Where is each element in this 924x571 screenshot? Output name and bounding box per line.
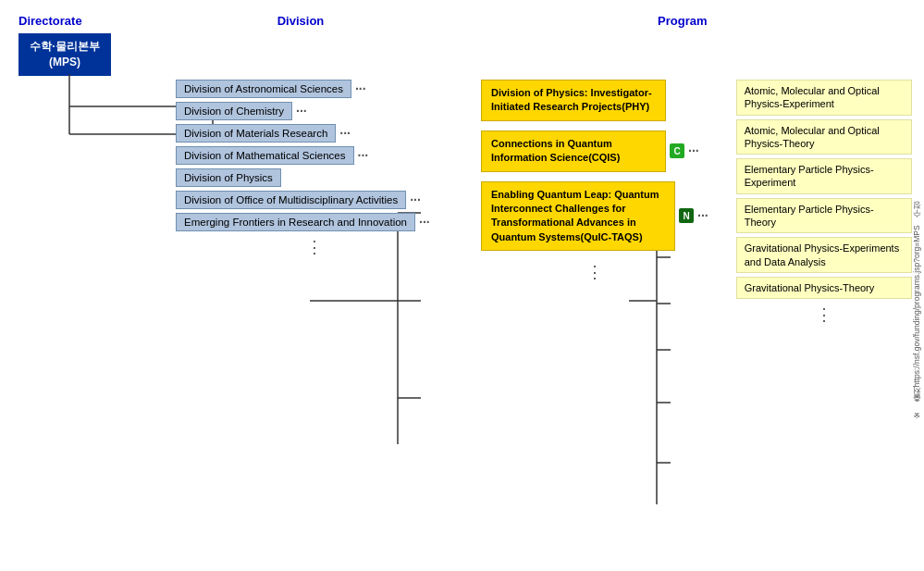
division-astronomical[interactable]: Division of Astronomical Sciences bbox=[176, 80, 351, 98]
directorate-box: 수학·물리본부 (MPS) bbox=[18, 33, 111, 76]
directorate-name-kr: 수학·물리본부 bbox=[30, 40, 99, 53]
directorate-column: Directorate 수학·물리본부 (MPS) bbox=[18, 9, 148, 562]
cqis-ellipsis: ··· bbox=[688, 143, 699, 158]
division-column: Division Division of Astronomical Scienc… bbox=[148, 9, 453, 562]
program-elementary-theory[interactable]: Elementary Particle Physics-Theory bbox=[736, 198, 912, 234]
quic-badge: N bbox=[679, 208, 694, 223]
division-dots: ⋮ bbox=[176, 235, 453, 259]
watermark-container: ※ 출처: https://nsf.gov/funding/programs.j… bbox=[911, 74, 922, 552]
list-item: Division of Physics bbox=[176, 168, 453, 187]
division-materials[interactable]: Division of Materials Research bbox=[176, 124, 336, 143]
list-item: Division of Chemistry ··· bbox=[176, 102, 453, 120]
program-quic[interactable]: Enabling Quantum Leap: Quantum Interconn… bbox=[481, 181, 675, 252]
program-inner: Division of Physics: Investigator-Initia… bbox=[453, 70, 912, 327]
program-gravitational-theory[interactable]: Gravitational Physics-Theory bbox=[736, 277, 912, 299]
program-gravitational-exp[interactable]: Gravitational Physics-Experiments and Da… bbox=[736, 237, 912, 273]
program-phy[interactable]: Division of Physics: Investigator-Initia… bbox=[481, 80, 666, 121]
ellipsis-chemistry: ··· bbox=[296, 104, 307, 118]
cqis-badge: C bbox=[670, 143, 684, 158]
program-elementary-exp[interactable]: Elementary Particle Physics-Experiment bbox=[736, 158, 912, 194]
division-chemistry[interactable]: Division of Chemistry bbox=[176, 102, 292, 120]
program-cqis[interactable]: Connections in Quantum Information Scien… bbox=[481, 130, 666, 172]
program-middle-dots: ⋮ bbox=[481, 260, 708, 284]
list-item: Division of Office of Multidisciplinary … bbox=[176, 191, 453, 209]
division-col-title: Division bbox=[148, 14, 453, 28]
program-cqis-container: Connections in Quantum Information Scien… bbox=[481, 130, 708, 172]
division-math[interactable]: Division of Mathematical Sciences bbox=[176, 146, 354, 165]
watermark-text: ※ 출처: https://nsf.gov/funding/programs.j… bbox=[911, 206, 922, 420]
list-item: Division of Materials Research ··· bbox=[176, 124, 453, 143]
list-item: Division of Astronomical Sciences ··· bbox=[176, 80, 453, 98]
program-column: Program Division of Physics: Investigato… bbox=[453, 9, 912, 562]
list-item: Emerging Frontiers in Research and Innov… bbox=[176, 213, 453, 231]
program-atomic-theory[interactable]: Atomic, Molecular and Optical Physics-Th… bbox=[736, 119, 912, 155]
program-quic-container: Enabling Quantum Leap: Quantum Interconn… bbox=[481, 181, 708, 252]
division-efri[interactable]: Emerging Frontiers in Research and Innov… bbox=[176, 213, 415, 231]
ellipsis-astronomical: ··· bbox=[355, 81, 366, 96]
ellipsis-multi: ··· bbox=[410, 192, 421, 207]
division-physics[interactable]: Division of Physics bbox=[176, 168, 281, 187]
ellipsis-math: ··· bbox=[358, 148, 369, 163]
program-middle-list: Division of Physics: Investigator-Initia… bbox=[481, 80, 708, 327]
program-phy-container: Division of Physics: Investigator-Initia… bbox=[481, 80, 708, 121]
main-container: Directorate 수학·물리본부 (MPS) Division Divis… bbox=[0, 0, 924, 571]
quic-ellipsis: ··· bbox=[697, 208, 708, 223]
directorate-name-en: (MPS) bbox=[49, 56, 80, 68]
program-right-dots: ⋮ bbox=[736, 303, 912, 327]
program-right-list: Atomic, Molecular and Optical Physics-Ex… bbox=[736, 80, 912, 327]
list-item: Division of Mathematical Sciences ··· bbox=[176, 146, 453, 165]
division-items-list: Division of Astronomical Sciences ··· Di… bbox=[148, 70, 453, 259]
directorate-col-title: Directorate bbox=[18, 14, 82, 28]
division-multidisciplinary[interactable]: Division of Office of Multidisciplinary … bbox=[176, 191, 406, 209]
program-col-title: Program bbox=[453, 14, 912, 28]
ellipsis-materials: ··· bbox=[339, 126, 351, 141]
program-atomic-exp[interactable]: Atomic, Molecular and Optical Physics-Ex… bbox=[736, 80, 912, 116]
ellipsis-efri: ··· bbox=[419, 215, 430, 230]
